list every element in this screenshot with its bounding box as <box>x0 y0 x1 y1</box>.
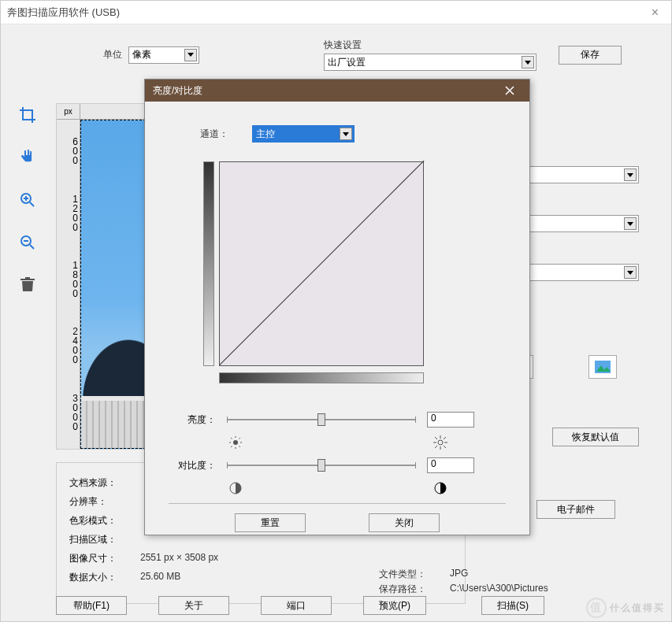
contrast-label: 对比度： <box>169 459 216 472</box>
trash-tool[interactable] <box>16 273 39 297</box>
filetype-label: 文件类型： <box>379 568 442 581</box>
app-title: 奔图扫描应用软件 (USB) <box>7 6 120 20</box>
color-label: 色彩模式： <box>69 514 132 528</box>
top-controls: 单位 像素 快速设置 出厂设置 保存 <box>1 24 671 82</box>
image-adjust-button-2[interactable] <box>588 355 617 379</box>
dialog-titlebar[interactable]: 亮度/对比度 <box>145 80 529 102</box>
slider-thumb[interactable] <box>317 459 325 472</box>
watermark: 值什么值得买 <box>586 598 665 618</box>
svg-line-12 <box>239 446 241 448</box>
channel-label: 通道： <box>200 128 228 141</box>
port-button[interactable]: 端口 <box>261 596 332 615</box>
crop-icon <box>18 106 37 124</box>
svg-line-11 <box>231 438 232 439</box>
horizontal-gradient <box>219 372 424 383</box>
save-button[interactable]: 保存 <box>559 46 622 65</box>
brightness-row: 亮度： 0 <box>169 412 506 428</box>
dialog-separator <box>169 503 506 504</box>
close-button[interactable]: 关闭 <box>369 513 440 532</box>
contrast-slider[interactable] <box>227 457 416 473</box>
setting-select-3[interactable] <box>529 264 639 281</box>
about-button[interactable]: 关于 <box>158 596 229 615</box>
dialog-button-row: 重置 关闭 <box>169 513 506 532</box>
sun-bright-icon <box>433 435 447 450</box>
left-toolbar <box>12 103 43 297</box>
size-value: 2551 px × 3508 px <box>140 552 218 565</box>
contrast-low-icon <box>228 481 243 495</box>
hand-icon <box>18 148 37 167</box>
bottom-buttons-right: 预览(P) 扫描(S) <box>363 596 544 615</box>
dropdown-arrow-icon <box>624 266 637 279</box>
quick-settings-select[interactable]: 出厂设置 <box>324 54 536 71</box>
dropdown-arrow-icon <box>340 128 352 140</box>
dropdown-arrow-icon <box>624 217 637 230</box>
svg-line-13 <box>231 446 232 448</box>
file-info: 文件类型：JPG 保存路径：C:\Users\A300\Pictures <box>379 566 655 598</box>
svg-line-23 <box>444 437 446 439</box>
savepath-value: C:\Users\A300\Pictures <box>450 583 548 596</box>
dpi-label: 分辨率： <box>69 495 132 509</box>
quick-settings-value: 出厂设置 <box>328 56 366 69</box>
crop-tool[interactable] <box>16 103 39 127</box>
channel-value: 主控 <box>256 128 275 141</box>
preview-button[interactable]: 预览(P) <box>363 596 426 615</box>
brightness-slider[interactable] <box>227 412 416 428</box>
contrast-row: 对比度： 0 <box>169 457 506 473</box>
close-icon <box>505 86 514 95</box>
dialog-title: 亮度/对比度 <box>153 84 202 98</box>
bottom-buttons-left: 帮助(F1) 关于 端口 <box>56 596 332 615</box>
setting-select-1[interactable] <box>529 166 639 183</box>
dialog-close-button[interactable] <box>498 82 522 99</box>
curve-box[interactable] <box>219 161 424 366</box>
brightness-contrast-dialog: 亮度/对比度 通道： 主控 亮度： <box>144 79 530 535</box>
dropdown-arrow-icon <box>522 56 534 68</box>
svg-line-14 <box>239 438 241 439</box>
ruler-vertical: 6 0 0 1 2 0 0 1 8 0 0 2 4 0 0 3 0 0 0 <box>57 120 80 449</box>
zoom-out-tool[interactable] <box>16 231 39 254</box>
unit-select-value: 像素 <box>132 48 151 61</box>
channel-select[interactable]: 主控 <box>252 125 355 143</box>
filetype-value: JPG <box>450 568 468 581</box>
help-button[interactable]: 帮助(F1) <box>56 596 127 615</box>
watermark-icon: 值 <box>586 598 607 618</box>
data-label: 数据大小： <box>69 571 132 584</box>
dialog-body: 通道： 主控 亮度： 0 <box>145 102 529 548</box>
svg-line-22 <box>435 446 437 448</box>
svg-line-20 <box>435 437 437 439</box>
slider-group: 亮度： 0 对比度： 0 <box>169 412 506 495</box>
source-label: 文档来源： <box>69 476 132 490</box>
dropdown-arrow-icon <box>624 168 637 181</box>
data-value: 25.60 MB <box>140 571 180 584</box>
svg-point-15 <box>438 440 443 445</box>
vertical-gradient <box>203 161 214 366</box>
svg-point-6 <box>233 440 238 445</box>
sun-dim-icon <box>228 435 243 450</box>
contrast-high-icon <box>433 481 447 495</box>
main-titlebar: 奔图扫描应用软件 (USB) × <box>1 1 671 24</box>
ruler-corner: px <box>57 104 80 120</box>
unit-label: 单位 <box>103 48 122 61</box>
restore-defaults-button[interactable]: 恢复默认值 <box>552 428 639 446</box>
zoom-in-tool[interactable] <box>16 188 39 212</box>
hand-tool[interactable] <box>16 146 39 169</box>
picture-icon <box>595 361 611 373</box>
svg-line-21 <box>444 446 446 448</box>
channel-row: 通道： 主控 <box>200 125 490 143</box>
reset-button[interactable]: 重置 <box>235 513 306 532</box>
area-label: 扫描区域： <box>69 533 132 546</box>
trash-icon <box>18 276 37 294</box>
savepath-label: 保存路径： <box>379 583 442 596</box>
email-button[interactable]: 电子邮件 <box>536 500 615 519</box>
zoom-in-icon <box>18 191 37 209</box>
brightness-label: 亮度： <box>169 413 216 427</box>
brightness-value-input[interactable]: 0 <box>427 412 474 428</box>
dropdown-arrow-icon <box>184 49 197 61</box>
size-label: 图像尺寸： <box>69 552 132 565</box>
zoom-out-icon <box>18 233 37 252</box>
contrast-value-input[interactable]: 0 <box>427 457 474 473</box>
scan-button[interactable]: 扫描(S) <box>481 596 544 615</box>
slider-thumb[interactable] <box>317 413 325 426</box>
setting-select-2[interactable] <box>529 215 639 232</box>
main-close-button[interactable]: × <box>645 6 665 20</box>
unit-select[interactable]: 像素 <box>128 46 199 64</box>
